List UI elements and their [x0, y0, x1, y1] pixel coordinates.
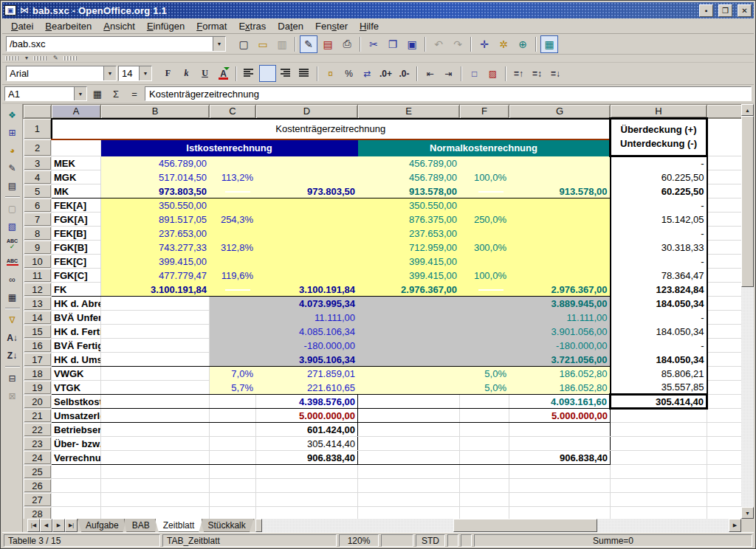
pin-icon[interactable]: ⋈: [20, 5, 29, 15]
cell-A4[interactable]: MGK: [52, 170, 101, 184]
cell-A17[interactable]: HK d. Umsatzes: [52, 353, 101, 367]
cell-B16[interactable]: [101, 339, 210, 353]
row-header-13[interactable]: 13: [24, 297, 52, 311]
url-dropdown-icon[interactable]: ▼: [213, 37, 225, 51]
cell-H27[interactable]: [611, 493, 707, 507]
function-wizard-icon[interactable]: ▦: [89, 86, 106, 101]
data-sources-icon[interactable]: ▦: [4, 289, 21, 305]
column-header-G[interactable]: G: [509, 105, 611, 119]
cell-B12[interactable]: 3.100.191,84: [101, 283, 210, 297]
menu-bearbeiten[interactable]: Bearbeiten: [39, 19, 97, 33]
cell-C7[interactable]: 254,3%: [210, 213, 256, 227]
cell-E5[interactable]: 913.578,00: [358, 184, 460, 198]
cell-G17[interactable]: 3.721.056,00: [509, 353, 611, 367]
cell-A2[interactable]: [52, 139, 101, 156]
align-bottom-icon[interactable]: =↓: [547, 65, 564, 82]
cell-D14[interactable]: 11.111,00: [256, 311, 358, 325]
cell-B24[interactable]: [101, 451, 210, 465]
cell-B9[interactable]: 743.277,33: [101, 241, 210, 255]
cell-H26[interactable]: [611, 479, 707, 493]
cell-E9[interactable]: 712.959,00: [358, 241, 460, 255]
cell-A16[interactable]: BVÄ Fertigerzeugnisse: [52, 339, 101, 353]
cell-F19[interactable]: 5,0%: [460, 381, 509, 395]
cell-G25[interactable]: [509, 465, 611, 479]
collapse-arrow-icon[interactable]: ▾: [25, 55, 28, 61]
cell-D13[interactable]: 4.073.995,34: [256, 297, 358, 311]
bold-icon[interactable]: F: [159, 65, 176, 82]
row-header-3[interactable]: 3: [24, 156, 52, 170]
cell-G8[interactable]: [509, 227, 611, 241]
status-zoom[interactable]: 120%: [339, 534, 379, 547]
cell-C20[interactable]: [210, 395, 256, 409]
cell-F12[interactable]: [460, 283, 509, 297]
cell-D8[interactable]: [256, 227, 358, 241]
auto-spellcheck-icon[interactable]: ABC: [4, 253, 21, 270]
cell-C22[interactable]: [210, 423, 256, 437]
cell-F22[interactable]: [460, 423, 509, 437]
cell-D11[interactable]: [256, 269, 358, 283]
cell-H1-overunder-header[interactable]: Überdeckung (+) Unterdeckung (-): [611, 119, 707, 156]
standard-format-icon[interactable]: ⇄: [359, 65, 376, 82]
cell-F13[interactable]: [460, 297, 509, 311]
row-header-23[interactable]: 23: [24, 437, 52, 451]
url-value[interactable]: /bab.sxc: [7, 38, 213, 49]
toolbar-grip[interactable]: [5, 56, 20, 61]
row-header-17[interactable]: 17: [24, 353, 52, 367]
cell-D27[interactable]: [256, 493, 358, 507]
cell-B21[interactable]: [101, 409, 210, 423]
cell-E12[interactable]: 2.976.367,00: [358, 283, 460, 297]
cell-E17[interactable]: [358, 353, 460, 367]
row-header-12[interactable]: 12: [24, 283, 52, 297]
cell-E26[interactable]: [358, 479, 460, 493]
row-header-7[interactable]: 7: [24, 213, 52, 227]
cell-H17[interactable]: 184.050,34: [611, 353, 707, 367]
vertical-scrollbar[interactable]: ▲ ▼: [741, 104, 754, 532]
autoformat-icon[interactable]: ▧: [4, 218, 21, 235]
cell-B8[interactable]: 237.653,00: [101, 227, 210, 241]
cell-F14[interactable]: [460, 311, 509, 325]
percent-format-icon[interactable]: %: [340, 65, 357, 82]
cell-D19[interactable]: 221.610,65: [256, 381, 358, 395]
cell-B11[interactable]: 477.779,47: [101, 269, 210, 283]
cell-H5[interactable]: 60.225,50: [611, 184, 707, 198]
cell-E3[interactable]: 456.789,00: [358, 156, 460, 170]
cell-D10[interactable]: [256, 255, 358, 269]
form-controls-icon[interactable]: ▤: [4, 177, 21, 194]
font-size-combobox[interactable]: 14 ▼: [118, 66, 152, 81]
background-color-icon[interactable]: ▨: [484, 65, 501, 82]
grid-corner[interactable]: [24, 105, 52, 119]
cell-A11[interactable]: FGK[C]: [52, 269, 101, 283]
font-size-value[interactable]: 14: [119, 68, 139, 79]
cell-F9[interactable]: 300,0%: [460, 241, 509, 255]
cell-A3[interactable]: MEK: [52, 156, 101, 170]
cell-C19[interactable]: 5,7%: [210, 381, 256, 395]
cell-G6[interactable]: [509, 198, 611, 213]
pen-grip-icon[interactable]: ✎: [53, 55, 58, 61]
row-header-25[interactable]: 25: [24, 465, 52, 479]
copy-icon[interactable]: ❐: [384, 35, 402, 53]
font-size-dropdown-icon[interactable]: ▼: [139, 66, 151, 80]
cell-G23[interactable]: [509, 437, 611, 451]
cell-B23[interactable]: [101, 437, 210, 451]
previous-sheet-icon[interactable]: ◀: [40, 519, 52, 532]
cell-C17[interactable]: [210, 353, 256, 367]
row-header-9[interactable]: 9: [24, 241, 52, 255]
row-header-26[interactable]: 26: [24, 479, 52, 493]
row-header-15[interactable]: 15: [24, 325, 52, 339]
cell-C14[interactable]: [210, 311, 256, 325]
cell-H28[interactable]: [611, 507, 707, 519]
cell-H16[interactable]: -: [611, 339, 707, 353]
cell-A26[interactable]: [52, 479, 101, 493]
cell-C13[interactable]: [210, 297, 256, 311]
row-header-18[interactable]: 18: [24, 367, 52, 381]
stylist-icon[interactable]: ✲: [495, 35, 512, 53]
cell-D6[interactable]: [256, 198, 358, 213]
scroll-up-icon[interactable]: ▲: [741, 104, 754, 116]
sum-icon[interactable]: Σ: [108, 86, 124, 101]
cell-F15[interactable]: [460, 325, 509, 339]
cell-A25[interactable]: [52, 465, 101, 479]
cell-D26[interactable]: [256, 479, 358, 493]
cell-B14[interactable]: [101, 311, 210, 325]
titlebar[interactable]: ▣ ⋈ bab.sxc - OpenOffice.org 1.1 ▪ ❐ ✕: [2, 2, 754, 18]
cell-F11[interactable]: 100,0%: [460, 269, 509, 283]
